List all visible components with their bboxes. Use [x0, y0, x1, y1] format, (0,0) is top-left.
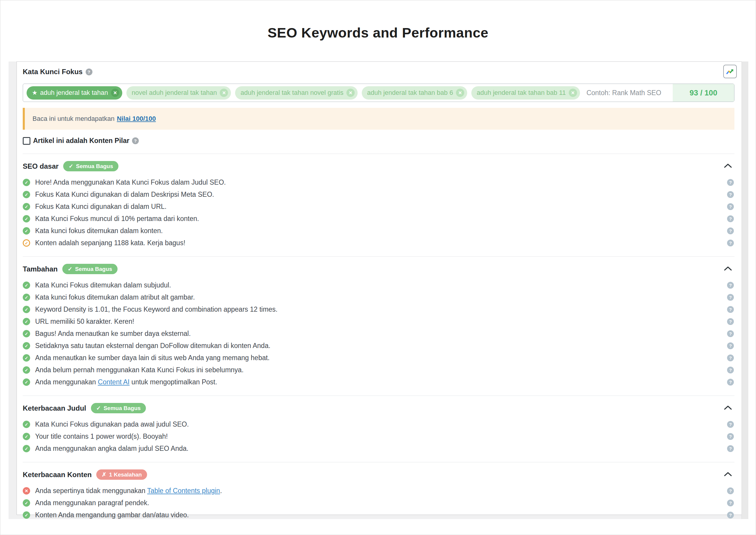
keyword-tag[interactable]: aduh jenderal tak tahan bab 11×: [471, 86, 580, 99]
analysis-item: ✓Fokus Kata Kunci digunakan di dalam Des…: [23, 190, 734, 199]
help-icon[interactable]: ?: [727, 215, 734, 222]
analysis-item: ✓Kata Kunci Fokus muncul di 10% pertama …: [23, 215, 734, 223]
help-icon[interactable]: ?: [727, 227, 734, 234]
analysis-item-text: Setidaknya satu tautan eksternal dengan …: [35, 342, 271, 350]
help-icon[interactable]: ?: [132, 137, 139, 144]
check-circle-icon: ✓: [23, 511, 30, 519]
keyword-tag-label: aduh jenderal tak tahan novel gratis: [240, 89, 343, 97]
help-icon[interactable]: ?: [727, 191, 734, 198]
analysis-item: ✓URL memiliki 50 karakter. Keren!?: [23, 318, 734, 325]
help-icon[interactable]: ?: [727, 330, 734, 337]
pillar-content-checkbox[interactable]: [23, 137, 30, 145]
check-circle-icon: ✓: [23, 203, 30, 210]
keyword-placeholder: Contoh: Rank Math SEO: [586, 89, 661, 97]
keyword-tag[interactable]: novel aduh jenderal tak tahan×: [126, 86, 231, 99]
notice-text: Baca ini untuk mendapatkan: [33, 115, 115, 123]
scrollbar[interactable]: [742, 62, 748, 519]
analysis-item: ✓Anda menggunakan angka dalam judul SEO …: [23, 445, 734, 453]
analysis-section: Keterbacaan Judul✓Semua Bagus✓Kata Kunci…: [23, 396, 735, 462]
keyword-tag[interactable]: ★aduh jenderal tak tahan×: [27, 86, 122, 99]
help-icon[interactable]: ?: [727, 203, 734, 210]
help-icon[interactable]: ?: [727, 342, 734, 349]
seo-score-badge: 93 / 100: [673, 84, 734, 101]
check-circle-icon: ✓: [23, 499, 30, 507]
keyword-tags: ★aduh jenderal tak tahan×novel aduh jend…: [27, 86, 580, 99]
help-icon[interactable]: ?: [727, 445, 734, 452]
analysis-item-text: Kata Kunci Fokus digunakan pada awal jud…: [35, 420, 189, 428]
help-icon[interactable]: ?: [727, 367, 734, 373]
item-link[interactable]: Content AI: [98, 378, 129, 386]
analysis-item-text: Konten Anda mengandung gambar dan/atau v…: [35, 511, 189, 519]
warning-check-icon: ✓: [23, 239, 30, 247]
help-icon[interactable]: ?: [727, 421, 734, 428]
item-link[interactable]: Table of Contents plugin: [147, 487, 220, 494]
help-icon[interactable]: ?: [86, 69, 93, 75]
remove-tag-icon[interactable]: ×: [346, 89, 355, 97]
help-icon[interactable]: ?: [727, 379, 734, 385]
google-trends-button[interactable]: [723, 65, 737, 78]
section-header: Keterbacaan Judul✓Semua Bagus: [23, 403, 734, 413]
keyword-tag-label: novel aduh jenderal tak tahan: [132, 89, 217, 97]
focus-keyword-label: Kata Kunci Fokus: [23, 68, 83, 76]
cross-icon: ✗: [102, 471, 106, 478]
analysis-item-text: Anda sepertinya tidak menggunakan Table …: [35, 487, 222, 495]
help-icon[interactable]: ?: [727, 499, 734, 506]
keyword-tag[interactable]: aduh jenderal tak tahan novel gratis×: [235, 86, 358, 99]
help-icon[interactable]: ?: [727, 306, 734, 313]
section-title: Keterbacaan Konten: [23, 471, 92, 479]
keyword-tag[interactable]: aduh jenderal tak tahan bab 6×: [362, 86, 467, 99]
help-icon[interactable]: ?: [727, 282, 734, 289]
badge-label: 1 Kesalahan: [109, 471, 142, 478]
check-circle-icon: ✓: [23, 366, 30, 374]
section-status-badge: ✓Semua Bagus: [91, 403, 146, 413]
chevron-up-icon: [724, 405, 732, 410]
help-icon[interactable]: ?: [727, 488, 734, 494]
collapse-section-button[interactable]: [722, 162, 734, 170]
check-circle-icon: ✓: [23, 215, 30, 222]
badge-label: Semua Bagus: [76, 163, 113, 170]
analysis-sections: SEO dasar✓Semua Bagus✓Hore! Anda menggun…: [23, 154, 735, 528]
help-icon[interactable]: ?: [727, 179, 734, 186]
analysis-item-text: Hore! Anda menggunakan Kata Kunci Fokus …: [35, 179, 226, 186]
analysis-item: ✓Your title contains 1 power word(s). Bo…: [23, 433, 734, 440]
score-100-link[interactable]: Nilai 100/100: [117, 115, 156, 123]
collapse-section-button[interactable]: [722, 265, 734, 273]
remove-tag-icon[interactable]: ×: [456, 89, 464, 97]
focus-keyword-input[interactable]: ★aduh jenderal tak tahan×novel aduh jend…: [23, 84, 735, 102]
collapse-section-button[interactable]: [722, 404, 734, 412]
check-icon: ✓: [68, 163, 73, 170]
remove-tag-icon[interactable]: ×: [220, 89, 228, 97]
remove-tag-icon[interactable]: ×: [111, 89, 119, 97]
analysis-section: SEO dasar✓Semua Bagus✓Hore! Anda menggun…: [23, 154, 735, 256]
star-icon: ★: [32, 89, 38, 96]
analysis-item-text: Anda menggunakan angka dalam judul SEO A…: [35, 445, 188, 453]
help-icon[interactable]: ?: [727, 354, 734, 361]
analysis-item-text: URL memiliki 50 karakter. Keren!: [35, 318, 134, 325]
analysis-item: ✓Hore! Anda menggunakan Kata Kunci Fokus…: [23, 179, 734, 186]
remove-tag-icon[interactable]: ×: [569, 89, 577, 97]
help-icon[interactable]: ?: [727, 433, 734, 440]
analysis-item: ✓Konten adalah sepanjang 1188 kata. Kerj…: [23, 239, 734, 247]
analysis-section: Keterbacaan Konten✗1 Kesalahan✕Anda sepe…: [23, 462, 735, 528]
help-icon[interactable]: ?: [727, 318, 734, 325]
section-items: ✓Kata Kunci Fokus digunakan pada awal ju…: [23, 420, 734, 453]
collapse-section-button[interactable]: [722, 471, 734, 479]
section-items: ✕Anda sepertinya tidak menggunakan Table…: [23, 487, 734, 519]
analysis-item: ✓Fokus Kata Kunci digunakan di dalam URL…: [23, 203, 734, 211]
section-status-badge: ✓Semua Bagus: [62, 264, 118, 274]
page-title: SEO Keywords and Performance: [0, 24, 756, 41]
help-icon[interactable]: ?: [727, 512, 734, 519]
analysis-item-text: Fokus Kata Kunci digunakan di dalam Desk…: [35, 190, 214, 199]
analysis-item-text: Anda menautkan ke sumber daya lain di si…: [35, 354, 270, 362]
section-header: SEO dasar✓Semua Bagus: [23, 161, 734, 171]
check-circle-icon: ✓: [23, 379, 30, 386]
check-circle-icon: ✓: [23, 445, 30, 452]
badge-label: Semua Bagus: [104, 405, 141, 411]
help-icon[interactable]: ?: [727, 294, 734, 301]
chevron-up-icon: [724, 266, 732, 271]
rank-math-panel: Kata Kunci Fokus ? ★aduh jenderal tak ta…: [16, 62, 742, 515]
check-icon: ✓: [68, 266, 72, 272]
check-circle-icon: ✓: [23, 433, 30, 440]
analysis-item-text: Kata Kunci Fokus muncul di 10% pertama d…: [35, 215, 199, 223]
help-icon[interactable]: ?: [727, 239, 734, 246]
